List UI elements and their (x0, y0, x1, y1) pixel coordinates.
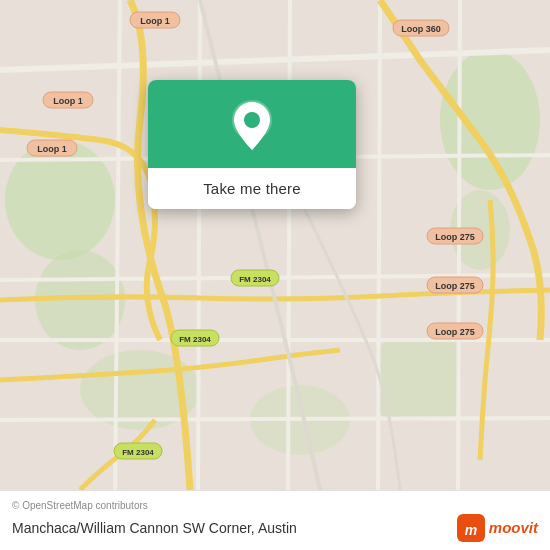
svg-line-17 (458, 0, 460, 490)
map-container: Loop 1 Loop 360 Loop 1 Loop 1 Loop 275 L… (0, 0, 550, 490)
map-svg: Loop 1 Loop 360 Loop 1 Loop 1 Loop 275 L… (0, 0, 550, 490)
svg-text:Loop 275: Loop 275 (435, 281, 475, 291)
svg-text:m: m (465, 522, 477, 538)
svg-text:Loop 1: Loop 1 (140, 16, 170, 26)
take-me-there-button[interactable]: Take me there (148, 168, 356, 209)
svg-point-40 (244, 112, 260, 128)
svg-line-14 (198, 0, 200, 490)
moovit-logo: m moovit (457, 514, 538, 542)
svg-line-12 (0, 418, 550, 420)
svg-line-16 (378, 0, 380, 490)
location-label: Manchaca/William Cannon SW Corner, Austi… (12, 520, 297, 536)
svg-text:Loop 360: Loop 360 (401, 24, 441, 34)
bottom-bar: © OpenStreetMap contributors Manchaca/Wi… (0, 490, 550, 550)
location-pin-icon (230, 100, 274, 152)
svg-text:FM 2304: FM 2304 (179, 335, 211, 344)
svg-text:FM 2304: FM 2304 (122, 448, 154, 457)
popup-card: Take me there (148, 80, 356, 209)
svg-line-15 (288, 0, 290, 490)
svg-text:Loop 275: Loop 275 (435, 232, 475, 242)
popup-green-section (148, 80, 356, 168)
svg-rect-5 (380, 340, 460, 420)
svg-text:Loop 1: Loop 1 (37, 144, 67, 154)
moovit-icon: m (457, 514, 485, 542)
bottom-row: Manchaca/William Cannon SW Corner, Austi… (12, 514, 538, 542)
svg-text:FM 2304: FM 2304 (239, 275, 271, 284)
attribution-text: © OpenStreetMap contributors (12, 500, 538, 511)
svg-text:Loop 275: Loop 275 (435, 327, 475, 337)
moovit-text: moovit (489, 519, 538, 536)
svg-point-3 (440, 50, 540, 190)
svg-text:Loop 1: Loop 1 (53, 96, 83, 106)
